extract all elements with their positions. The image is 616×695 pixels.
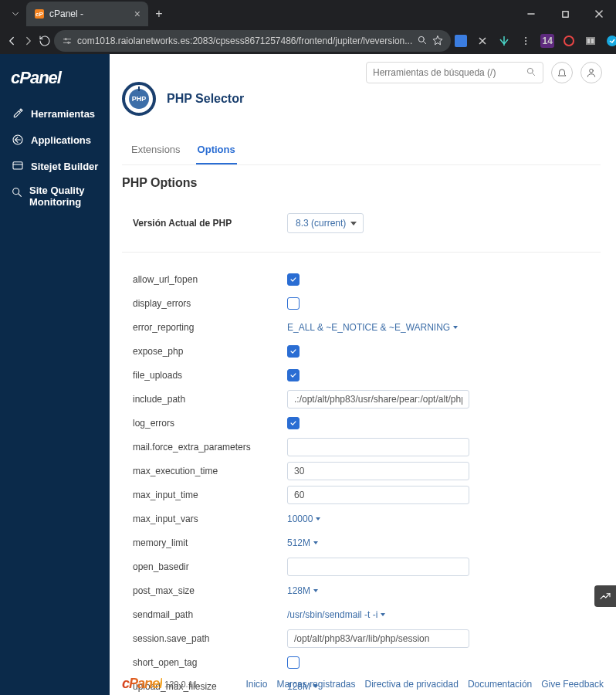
ext-icon-3[interactable] xyxy=(497,34,511,48)
svg-point-35 xyxy=(590,69,594,73)
browser-chrome: cP cPanel - × + com1018.raiolanetworks.e… xyxy=(0,0,616,54)
ext-icon-7[interactable] xyxy=(584,34,597,48)
checkbox-short-open-tag[interactable] xyxy=(287,656,300,669)
sidebar-item-applications[interactable]: Applications xyxy=(6,127,103,153)
nav-back-button[interactable] xyxy=(5,29,19,53)
option-label: post_max_size xyxy=(133,585,287,596)
footer: cPanel 120.0.11 InicioMarcas registradas… xyxy=(122,676,604,692)
chevron-down-icon xyxy=(453,326,458,329)
footer-link[interactable]: Directiva de privacidad xyxy=(365,679,459,690)
select-error-reporting[interactable]: E_ALL & ~E_NOTICE & ~E_WARNING xyxy=(287,322,458,333)
ext-icon-4[interactable] xyxy=(519,34,533,48)
svg-rect-19 xyxy=(587,39,590,43)
checkbox-allow-url-fopen[interactable] xyxy=(287,273,300,286)
checkbox-file-uploads[interactable] xyxy=(287,369,300,381)
window-controls xyxy=(514,0,616,28)
option-control xyxy=(287,273,300,286)
option-row-max-execution-time: max_execution_time xyxy=(122,459,601,483)
select-memory-limit[interactable]: 512M xyxy=(287,537,318,548)
option-row-memory-limit: memory_limit512M xyxy=(122,531,601,554)
new-tab-button[interactable]: + xyxy=(148,3,170,25)
tab-favicon: cP xyxy=(34,8,45,19)
chevron-down-icon xyxy=(381,613,385,616)
select-sendmail-path[interactable]: /usr/sbin/sendmail -t -i xyxy=(287,609,385,620)
sidebar-item-sitejet[interactable]: Sitejet Builder xyxy=(6,153,103,179)
zoom-icon[interactable] xyxy=(417,35,428,48)
ext-icon-2[interactable] xyxy=(476,34,489,48)
select-post-max-size[interactable]: 128M xyxy=(287,585,318,596)
checkbox-display-errors[interactable] xyxy=(287,297,300,310)
select-value: /usr/sbin/sendmail -t -i xyxy=(287,609,377,620)
sidebar-item-quality[interactable]: Site Quality Monitoring xyxy=(6,179,103,215)
window-close-button[interactable] xyxy=(582,0,616,28)
option-control xyxy=(287,629,469,648)
stats-floating-button[interactable] xyxy=(594,585,616,607)
ext-icon-1[interactable] xyxy=(454,34,468,48)
section-title: PHP Options xyxy=(122,176,601,190)
option-row-max-input-time: max_input_time xyxy=(122,483,601,507)
url-field[interactable]: com1018.raiolanetworks.es:2083/cpsess867… xyxy=(54,30,451,52)
site-settings-icon[interactable] xyxy=(62,36,73,46)
input-include-path[interactable] xyxy=(287,390,469,409)
option-row-log-errors: log_errors xyxy=(122,411,601,435)
cpanel-logo[interactable]: cPanel xyxy=(11,68,103,88)
notifications-button[interactable] xyxy=(551,62,573,83)
option-label: expose_php xyxy=(133,346,287,357)
input-session-save-path[interactable] xyxy=(287,629,469,648)
account-button[interactable] xyxy=(580,62,602,83)
page-header: PHP PHP Selector xyxy=(122,82,601,116)
search-icon xyxy=(526,66,536,80)
window-minimize-button[interactable] xyxy=(514,0,548,28)
option-row-short-open-tag: short_open_tag xyxy=(122,650,601,674)
footer-links: InicioMarcas registradasDirectiva de pri… xyxy=(245,679,604,690)
window-maximize-button[interactable] xyxy=(548,0,582,28)
svg-rect-13 xyxy=(455,35,467,47)
option-control: 512M xyxy=(287,537,318,548)
php-version-dropdown[interactable]: 8.3 (current) xyxy=(287,213,364,233)
options-list: allow_url_fopendisplay_errorserror_repor… xyxy=(122,266,601,695)
tab-extensions[interactable]: Extensions xyxy=(130,136,182,164)
footer-link[interactable]: Inicio xyxy=(245,679,267,690)
sidebar-item-label: Site Quality Monitoring xyxy=(29,185,99,208)
ext-badge[interactable]: 14 xyxy=(540,34,554,48)
main: PHP PHP Selector Extensions Options PHP … xyxy=(110,54,616,695)
search-input[interactable] xyxy=(373,67,526,78)
option-row-expose-php: expose_php xyxy=(122,339,601,363)
footer-link[interactable]: Documentación xyxy=(468,679,532,690)
input-max-execution-time[interactable] xyxy=(287,462,469,480)
option-label: include_path xyxy=(133,394,287,405)
checkbox-expose-php[interactable] xyxy=(287,345,300,358)
bookmark-star-icon[interactable] xyxy=(432,35,443,48)
footer-logo[interactable]: cPanel xyxy=(122,676,162,692)
sidebar-item-herramientas[interactable]: Herramientas xyxy=(6,100,103,127)
tab-search-button[interactable] xyxy=(5,3,26,25)
input-mail-force-extra-parameters[interactable] xyxy=(287,438,469,456)
select-max-input-vars[interactable]: 10000 xyxy=(287,514,320,524)
input-max-input-time[interactable] xyxy=(287,486,469,504)
option-row-max-input-vars: max_input_vars10000 xyxy=(122,507,601,531)
option-row-session-save-path: session.save_path xyxy=(122,626,601,650)
nav-reload-button[interactable] xyxy=(39,29,51,53)
svg-point-33 xyxy=(527,68,533,73)
option-control xyxy=(287,297,300,310)
checkbox-log-errors[interactable] xyxy=(287,417,300,429)
option-label: max_input_time xyxy=(133,490,287,500)
select-value: 10000 xyxy=(287,514,313,524)
svg-rect-20 xyxy=(591,39,594,43)
nav-forward-button[interactable] xyxy=(22,29,36,53)
browser-tab[interactable]: cP cPanel - × xyxy=(26,2,148,26)
tab-close-icon[interactable]: × xyxy=(134,8,140,20)
ext-icon-6[interactable] xyxy=(562,34,576,48)
tab-options[interactable]: Options xyxy=(196,136,237,164)
option-control: /usr/sbin/sendmail -t -i xyxy=(287,609,385,620)
chevron-down-icon xyxy=(350,222,357,225)
footer-link[interactable]: Give Feedback xyxy=(541,679,604,690)
footer-link[interactable]: Marcas registradas xyxy=(276,679,355,690)
php-version-row: Versión Actual de PHP 8.3 (current) xyxy=(122,205,601,253)
option-label: log_errors xyxy=(133,418,287,429)
search-field-wrap[interactable] xyxy=(366,62,543,83)
url-text: com1018.raiolanetworks.es:2083/cpsess867… xyxy=(77,36,412,46)
option-label: open_basedir xyxy=(133,561,287,572)
ext-icon-8[interactable] xyxy=(605,34,616,48)
input-open-basedir[interactable] xyxy=(287,558,469,576)
